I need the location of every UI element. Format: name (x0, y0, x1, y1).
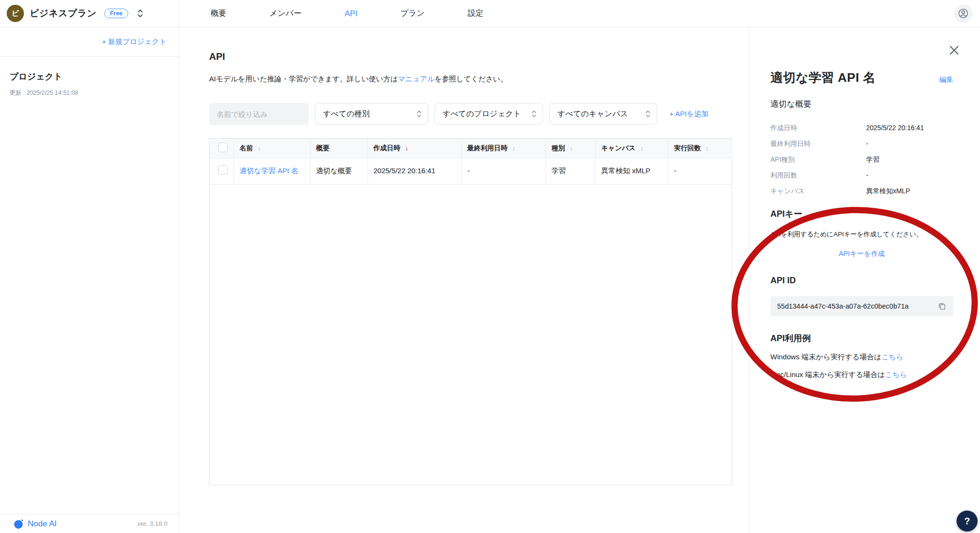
detail-row-canvas: キャンバス 異常検知xMLP (770, 187, 953, 196)
topbar-right (954, 4, 972, 22)
api-key-heading: APIキー (770, 208, 953, 220)
tab-plan[interactable]: プラン (401, 8, 425, 19)
api-usage-heading: API利用例 (770, 333, 953, 344)
detail-row-last-used: 最終利用日時 - (770, 140, 953, 148)
workspace-name: ビジネスプラン (30, 7, 97, 20)
cell-runs: - (668, 158, 733, 184)
api-usage-section: API利用例 Windows 端末から実行する場合はこちら Mac/Linux … (770, 333, 953, 379)
column-header-created[interactable]: 作成日時↓ (368, 139, 461, 158)
api-id-value: 55d13444-a47c-453a-a07a-62c0bec0b71a (777, 302, 936, 310)
workspace-selector[interactable]: ビ ビジネスプラン Free (0, 0, 179, 27)
api-table: 名前↕ 概要 作成日時↓ 最終利用日時↕ 種別↕ (209, 138, 732, 485)
workspace-avatar: ビ (7, 5, 24, 22)
search-input[interactable] (209, 103, 309, 125)
windows-example-link[interactable]: こちら (881, 353, 903, 361)
project-section: プロジェクト 更新 : 2025/2/25 14:51:08 (0, 56, 179, 97)
column-header-summary[interactable]: 概要 (310, 139, 368, 158)
help-button[interactable]: ? (957, 511, 978, 532)
cell-created: 2025/5/22 20:16:41 (368, 158, 461, 184)
main-content: API AIモデルを用いた推論・学習ができます。詳しい使い方はマニュアルを参照し… (179, 27, 749, 533)
column-header-runs[interactable]: 実行回数↕ (668, 139, 733, 158)
app-root: ビ ビジネスプラン Free 概要 メンバー API プラン 設定 (0, 0, 980, 533)
detail-row-usage-count: 利用回数 - (770, 171, 953, 180)
usage-line-windows: Windows 端末から実行する場合はこちら (770, 353, 953, 362)
column-header-last-used[interactable]: 最終利用日時↕ (461, 139, 546, 158)
filter-bar: すべての種別 すべてのプロジェクト すべてのキャンバス (209, 103, 749, 125)
sort-icon[interactable]: ↕ (570, 144, 573, 152)
column-header-type[interactable]: 種別↕ (546, 139, 595, 158)
panel-details: 作成日時 2025/5/22 20:16:41 最終利用日時 - API種別 学… (770, 124, 953, 196)
project-updated-text: 更新 : 2025/2/25 14:51:08 (10, 89, 167, 97)
top-nav: 概要 メンバー API プラン 設定 (179, 8, 483, 19)
sort-icon[interactable]: ↕ (512, 144, 516, 152)
nodeai-logo-icon (13, 519, 24, 529)
api-id-heading: API ID (770, 276, 953, 286)
chevron-up-down-icon (527, 110, 537, 118)
plan-badge: Free (104, 9, 128, 18)
user-icon (958, 8, 969, 19)
api-id-box: 55d13444-a47c-453a-a07a-62c0bec0b71a (770, 296, 953, 316)
edit-link[interactable]: 編集 (939, 75, 953, 84)
add-api-link[interactable]: + APIを追加 (669, 110, 709, 119)
panel-title-row: 適切な学習 API 名 編集 (770, 69, 953, 86)
cell-canvas: 異常検知 xMLP (595, 158, 668, 184)
api-id-section: API ID 55d13444-a47c-453a-a07a-62c0bec0b… (770, 276, 953, 316)
description-text-suffix: を参照してください。 (434, 75, 507, 83)
detail-panel: 適切な学習 API 名 編集 適切な概要 作成日時 2025/5/22 20:1… (749, 27, 980, 533)
panel-title: 適切な学習 API 名 (770, 69, 876, 86)
select-all-checkbox[interactable] (218, 143, 228, 152)
mac-linux-example-link[interactable]: こちら (885, 370, 907, 378)
question-mark-icon: ? (964, 516, 970, 527)
table-header-row: 名前↕ 概要 作成日時↓ 最終利用日時↕ 種別↕ (210, 139, 733, 158)
chevron-up-down-icon (137, 9, 144, 18)
api-name-link[interactable]: 適切な学習 API 名 (240, 167, 299, 175)
topbar: ビ ビジネスプラン Free 概要 メンバー API プラン 設定 (0, 0, 980, 27)
sort-desc-icon[interactable]: ↓ (405, 144, 409, 152)
create-api-key-link[interactable]: APIキーを作成 (839, 250, 885, 257)
sidebar-top-row: + 新規プロジェクト (0, 27, 179, 56)
panel-summary: 適切な概要 (770, 99, 953, 110)
project-section-title: プロジェクト (10, 71, 167, 82)
chevron-up-down-icon (641, 110, 651, 118)
sort-icon[interactable]: ↕ (258, 144, 261, 152)
api-key-section: APIキー APIを利用するためにAPIキーを作成してください。 APIキーを作… (770, 208, 953, 258)
close-icon[interactable] (947, 44, 961, 57)
description-text: AIモデルを用いた推論・学習ができます。詳しい使い方は (209, 75, 398, 83)
cell-type: 学習 (546, 158, 595, 184)
app-version: ver. 3.18.0 (137, 520, 167, 527)
row-checkbox[interactable] (218, 165, 228, 175)
page-title: API (209, 51, 749, 62)
cell-last-used: - (461, 158, 546, 184)
usage-line-mac-linux: Mac/Linux 端末から実行する場合はこちら (770, 370, 953, 379)
canvas-filter-select[interactable]: すべてのキャンバス (549, 103, 657, 125)
api-key-description: APIを利用するためにAPIキーを作成してください。 (770, 230, 953, 239)
tab-settings[interactable]: 設定 (468, 8, 483, 19)
nodeai-logo[interactable]: Node AI (13, 519, 57, 529)
chevron-up-down-icon (412, 110, 422, 118)
sidebar: + 新規プロジェクト プロジェクト 更新 : 2025/2/25 14:51:0… (0, 27, 179, 533)
tab-api[interactable]: API (345, 9, 357, 18)
cell-summary: 適切な概要 (310, 158, 368, 184)
detail-row-api-type: API種別 学習 (770, 155, 953, 164)
project-filter-select[interactable]: すべてのプロジェクト (434, 103, 543, 125)
column-header-name[interactable]: 名前↕ (234, 139, 310, 158)
table-row: 適切な学習 API 名 適切な概要 2025/5/22 20:16:41 - 学… (210, 158, 733, 184)
sort-icon[interactable]: ↕ (640, 144, 644, 152)
column-header-canvas[interactable]: キャンバス↕ (595, 139, 668, 158)
tab-overview[interactable]: 概要 (211, 8, 226, 19)
manual-link[interactable]: マニュアル (398, 75, 434, 83)
sidebar-footer: Node AI ver. 3.18.0 (0, 514, 179, 533)
account-button[interactable] (954, 4, 972, 22)
tab-members[interactable]: メンバー (269, 8, 301, 19)
detail-row-created: 作成日時 2025/5/22 20:16:41 (770, 124, 953, 133)
type-filter-select[interactable]: すべての種別 (315, 103, 428, 125)
new-project-link[interactable]: + 新規プロジェクト (102, 37, 167, 46)
sort-icon[interactable]: ↕ (706, 144, 709, 152)
page-description: AIモデルを用いた推論・学習ができます。詳しい使い方はマニュアルを参照してくださ… (209, 75, 749, 84)
copy-icon[interactable] (936, 300, 948, 312)
nodeai-logo-text: Node AI (28, 519, 57, 529)
